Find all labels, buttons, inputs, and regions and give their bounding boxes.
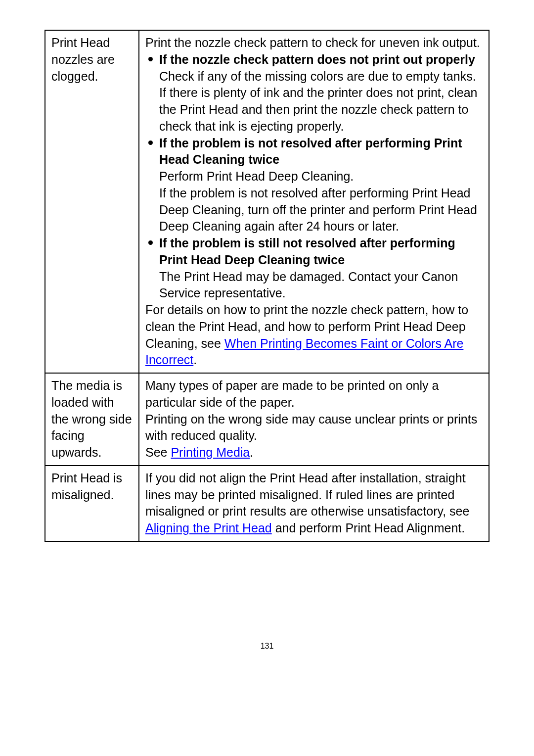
action-cell: If you did not align the Print Head afte… [139,466,489,541]
cause-cell: The media is loaded with the wrong side … [45,373,139,466]
body-text: If there is plenty of ink and the printe… [145,85,483,135]
body-text: The Print Head may be damaged. Contact y… [145,269,483,302]
table-row: Print Head nozzles are clogged. Print th… [45,30,489,373]
table-row: Print Head is misaligned. If you did not… [45,466,489,541]
link-printing-media[interactable]: Printing Media [171,445,250,459]
page-number: 131 [44,641,490,652]
bullet-heading: If the problem is not resolved after per… [145,135,483,169]
body-text: If you did not align the Print Head afte… [145,471,469,519]
body-text: Check if any of the missing colors are d… [145,68,483,85]
action-cell: Print the nozzle check pattern to check … [139,30,489,373]
body-text: Perform Print Head Deep Cleaning. [145,168,483,185]
body-text: Many types of paper are made to be print… [145,378,483,411]
intro-text: Print the nozzle check pattern to check … [145,35,483,51]
bullet-heading: If the problem is still not resolved aft… [145,235,483,269]
body-text: Printing on the wrong side may cause unc… [145,411,483,445]
action-cell: Many types of paper are made to be print… [139,373,489,466]
troubleshooting-table: Print Head nozzles are clogged. Print th… [44,30,490,542]
body-text: If the problem is not resolved after per… [145,185,483,235]
outro-text: For details on how to print the nozzle c… [145,302,483,369]
see-line: See Printing Media. [145,444,483,461]
outro-suffix: . [193,353,197,367]
table-row: The media is loaded with the wrong side … [45,373,489,466]
see-suffix: . [250,445,253,459]
body-text: and perform Print Head Alignment. [272,521,465,535]
cause-cell: Print Head is misaligned. [45,466,139,541]
bullet-heading: If the nozzle check pattern does not pri… [145,51,483,68]
see-prefix: See [145,445,171,459]
cause-cell: Print Head nozzles are clogged. [45,30,139,373]
link-aligning-print-head[interactable]: Aligning the Print Head [145,521,272,535]
